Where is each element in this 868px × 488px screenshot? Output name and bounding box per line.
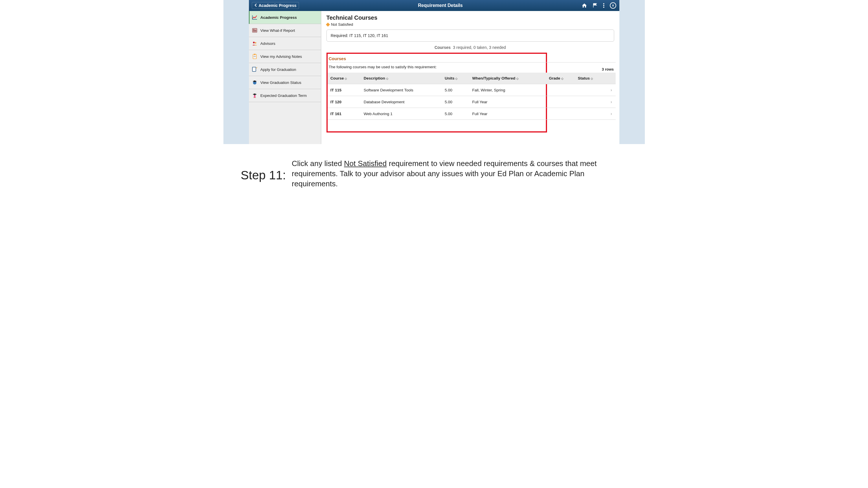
rows-count: 3 rows — [602, 67, 614, 71]
sidebar-item-label: View my Advising Notes — [260, 54, 302, 59]
cell-offered: Fall, Winter, Spring — [469, 84, 546, 96]
summary-line: Courses 3 required, 0 taken, 3 needed — [327, 45, 614, 50]
cell-course: IT 161 — [328, 108, 361, 120]
courses-section-desc: The following courses may be used to sat… — [328, 63, 546, 73]
sidebar-item-label: Advisors — [260, 41, 276, 46]
table-row[interactable]: IT 120Database Development5.00Full Year› — [328, 96, 616, 108]
sidebar-item-expected-grad-term[interactable]: Expected Graduation Term — [249, 89, 321, 102]
clipboard-icon — [252, 54, 257, 59]
col-grade[interactable]: Grade◇ — [546, 73, 575, 84]
top-bar: Academic Progress Requirement Details — [249, 0, 619, 11]
cell-description: Software Development Tools — [361, 84, 442, 96]
flag-icon[interactable] — [592, 3, 598, 8]
status-row: Not Satisfied — [327, 22, 614, 27]
svg-rect-5 — [253, 30, 256, 31]
sidebar-item-graduation-status[interactable]: View Graduation Status — [249, 76, 321, 89]
svg-point-1 — [603, 5, 604, 6]
compass-icon[interactable] — [610, 2, 616, 9]
sort-icon: ◇ — [561, 77, 563, 80]
home-icon[interactable] — [582, 3, 587, 8]
svg-rect-9 — [253, 54, 256, 59]
svg-point-0 — [603, 3, 604, 4]
cell-units: 5.00 — [442, 108, 469, 120]
svg-point-2 — [603, 7, 604, 8]
back-button[interactable]: Academic Progress — [252, 2, 299, 9]
cell-description: Web Authoring 1 — [361, 108, 442, 120]
svg-rect-6 — [253, 31, 256, 32]
cell-status — [575, 108, 601, 120]
courses-table: Course◇ Description◇ Units◇ When/Typical… — [328, 73, 616, 120]
col-description[interactable]: Description◇ — [361, 73, 442, 84]
svg-rect-11 — [253, 56, 256, 56]
table-row[interactable]: IT 161Web Authoring 15.00Full Year› — [328, 108, 616, 120]
col-course[interactable]: Course◇ — [328, 73, 361, 84]
cell-grade — [546, 108, 575, 120]
diamond-icon — [326, 22, 330, 26]
step-instruction: Step 11: Click any listed Not Satisfied … — [223, 144, 645, 212]
sidebar-item-advisors[interactable]: Advisors — [249, 37, 321, 50]
advisors-icon — [252, 40, 257, 46]
summary-label: Courses — [434, 45, 451, 50]
sidebar-item-apply-graduation[interactable]: Apply for Graduation — [249, 63, 321, 76]
sidebar-item-whatif-report[interactable]: View What-if Report — [249, 24, 321, 37]
required-courses-box: Required: IT 115, IT 120, IT 161 — [327, 30, 614, 42]
sidebar-item-label: Apply for Graduation — [260, 67, 297, 72]
col-status[interactable]: Status◇ — [575, 73, 601, 84]
chevron-right-icon[interactable]: › — [601, 108, 616, 120]
requirement-heading: Technical Courses — [327, 14, 614, 21]
sidebar: Academic Progress View What-if Report Ad… — [249, 11, 321, 144]
required-text: Required: IT 115, IT 120, IT 161 — [331, 33, 388, 38]
cell-status — [575, 96, 601, 108]
cell-grade — [546, 96, 575, 108]
step-label: Step 11: — [241, 159, 286, 182]
step-text: Click any listed Not Satisfied requireme… — [292, 159, 627, 189]
more-vertical-icon[interactable] — [603, 3, 604, 8]
courses-section-heading: Courses — [328, 56, 546, 62]
col-offered[interactable]: When/Typically Offered◇ — [469, 73, 546, 84]
report-icon — [252, 28, 257, 33]
cell-offered: Full Year — [469, 108, 546, 120]
svg-rect-12 — [253, 57, 256, 57]
chevron-right-icon[interactable]: › — [601, 96, 616, 108]
svg-rect-10 — [254, 54, 255, 55]
globe-grad-icon — [252, 79, 257, 85]
summary-value: 3 required, 0 taken, 3 needed — [453, 45, 506, 50]
sidebar-item-label: View Graduation Status — [260, 80, 302, 85]
chart-line-icon — [252, 14, 257, 20]
highlight-box: Courses The following courses may be use… — [327, 53, 547, 132]
cell-status — [575, 84, 601, 96]
cell-units: 5.00 — [442, 96, 469, 108]
table-row[interactable]: IT 115Software Development Tools5.00Fall… — [328, 84, 616, 96]
cell-course: IT 115 — [328, 84, 361, 96]
document-pencil-icon — [252, 67, 257, 72]
svg-rect-13 — [252, 67, 256, 71]
cell-grade — [546, 84, 575, 96]
sort-icon: ◇ — [345, 77, 347, 80]
svg-point-7 — [253, 42, 255, 43]
svg-point-8 — [255, 42, 256, 44]
cell-units: 5.00 — [442, 84, 469, 96]
chevron-right-icon[interactable]: › — [601, 84, 616, 96]
back-label: Academic Progress — [259, 3, 297, 8]
sidebar-item-academic-progress[interactable]: Academic Progress — [249, 11, 321, 24]
sort-icon: ◇ — [386, 77, 389, 80]
svg-rect-4 — [253, 29, 254, 30]
svg-point-15 — [254, 95, 255, 97]
status-text: Not Satisfied — [331, 22, 353, 27]
sidebar-item-label: View What-if Report — [260, 28, 295, 33]
col-units[interactable]: Units◇ — [442, 73, 469, 84]
sort-icon: ◇ — [516, 77, 519, 80]
cell-offered: Full Year — [469, 96, 546, 108]
content-area: Technical Courses Not Satisfied Required… — [321, 11, 619, 144]
chevron-left-icon — [254, 3, 257, 8]
sidebar-item-label: Academic Progress — [260, 15, 297, 20]
app-window: Academic Progress Requirement Details — [249, 0, 619, 144]
cell-course: IT 120 — [328, 96, 361, 108]
sort-icon: ◇ — [455, 77, 458, 80]
sidebar-item-label: Expected Graduation Term — [260, 93, 307, 98]
page-header-title: Requirement Details — [418, 3, 463, 8]
cell-description: Database Development — [361, 96, 442, 108]
graduate-icon — [252, 93, 257, 98]
sidebar-item-advising-notes[interactable]: View my Advising Notes — [249, 50, 321, 63]
sort-icon: ◇ — [591, 77, 593, 80]
